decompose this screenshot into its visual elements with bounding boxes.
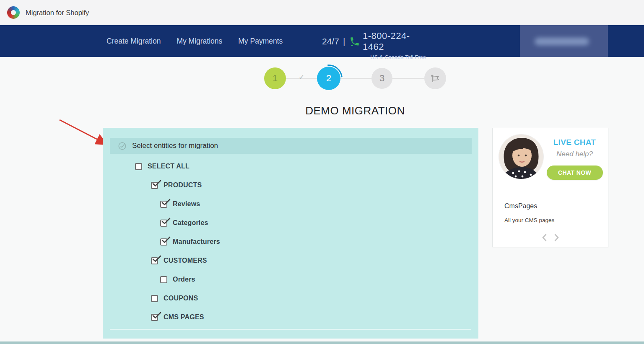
app-title: Migration for Shopify xyxy=(26,9,89,17)
nav-menu: Create MigrationMy MigrationsMy Payments xyxy=(106,25,283,57)
support-agent-photo xyxy=(499,134,543,179)
app-window: Migration for Shopify Create MigrationMy… xyxy=(0,0,644,344)
flag-icon xyxy=(430,73,441,84)
live-chat-title: LIVE CHAT xyxy=(545,138,604,147)
entity-label: Orders xyxy=(173,276,195,283)
entity-label: CUSTOMERS xyxy=(164,257,207,264)
step-2-circle-active: 2 xyxy=(317,67,340,90)
step-3-label: 3 xyxy=(379,73,384,84)
info-card-pagination xyxy=(493,233,608,242)
checkbox-orders[interactable] xyxy=(160,276,167,283)
live-chat-block: LIVE CHAT Need help? CHAT NOW xyxy=(545,138,604,180)
nav-item-create-migration[interactable]: Create Migration xyxy=(106,37,161,46)
checkbox-cms-pages[interactable] xyxy=(151,314,158,321)
entities-panel-header-label: Select entities for migration xyxy=(132,142,218,150)
checkbox-reviews[interactable] xyxy=(160,201,167,208)
entity-row-categories: Categories xyxy=(160,217,478,229)
checkbox-customers[interactable] xyxy=(151,257,158,264)
chevron-left-icon[interactable] xyxy=(542,233,547,242)
phone-icon xyxy=(349,36,360,47)
step-2-label: 2 xyxy=(326,73,331,84)
phone-block: 24/7 | 1-800-224-1462 US & Canada Toll F… xyxy=(322,31,430,60)
entity-row-customers: CUSTOMERS xyxy=(151,255,478,266)
entity-label: CMS PAGES xyxy=(164,313,204,321)
finish-step-circle xyxy=(424,67,446,89)
swirl-logo-icon xyxy=(7,6,20,19)
nav-item-my-migrations[interactable]: My Migrations xyxy=(177,37,222,46)
checkbox-coupons[interactable] xyxy=(151,295,158,302)
entity-row-coupons: COUPONS xyxy=(151,292,478,304)
entity-row-manufacturers: Manufacturers xyxy=(160,236,478,248)
live-chat-subtitle: Need help? xyxy=(545,150,604,158)
info-card-description: All your CMS pages xyxy=(504,217,554,223)
chevron-right-icon[interactable] xyxy=(554,233,559,242)
panel-divider xyxy=(110,329,471,330)
phone-row: 24/7 | 1-800-224-1462 xyxy=(322,31,430,52)
page-title: DEMO MIGRATION xyxy=(271,104,439,117)
chat-now-button[interactable]: CHAT NOW xyxy=(547,166,603,180)
entity-row-cms-pages: CMS PAGES xyxy=(151,311,478,323)
step-1-label: 1 xyxy=(273,73,278,84)
entities-panel-header: Select entities for migration xyxy=(110,138,472,154)
top-bar: Migration for Shopify xyxy=(0,0,644,25)
phone-number[interactable]: 1-800-224-1462 xyxy=(363,31,430,52)
phone-note: US & Canada Toll Free xyxy=(370,54,426,60)
circle-check-icon xyxy=(118,142,127,150)
phone-separator: | xyxy=(343,36,345,47)
account-area-blurred[interactable] xyxy=(520,25,608,57)
info-card-title: CmsPages xyxy=(504,202,537,210)
entity-label: COUPONS xyxy=(164,295,198,302)
checkbox-manufacturers[interactable] xyxy=(160,238,167,246)
entities-panel: Select entities for migration SELECT ALL… xyxy=(103,128,478,339)
nav-item-my-payments[interactable]: My Payments xyxy=(238,37,283,46)
entity-label: PRODUCTS xyxy=(164,181,202,189)
entity-row-products: PRODUCTS xyxy=(151,179,478,191)
step-3-circle: 3 xyxy=(371,68,392,89)
checkbox-select-all[interactable] xyxy=(135,163,142,170)
side-card: LIVE CHAT Need help? CHAT NOW CmsPages A… xyxy=(492,128,608,247)
migration-stepper: 1 ✓ 2 3 xyxy=(0,63,644,96)
entity-label: Reviews xyxy=(173,200,200,208)
entity-label: SELECT ALL xyxy=(148,163,190,170)
entity-label: Categories xyxy=(173,219,208,227)
entity-label: Manufacturers xyxy=(173,238,220,246)
main-navbar: Create MigrationMy MigrationsMy Payments… xyxy=(0,25,644,57)
entity-list: SELECT ALLPRODUCTSReviewsCategoriesManuf… xyxy=(103,160,478,330)
entity-row-orders: Orders xyxy=(160,274,478,285)
checkmark-icon: ✓ xyxy=(299,73,304,82)
entity-row-reviews: Reviews xyxy=(160,198,478,210)
step-1-circle: 1 xyxy=(264,67,286,89)
checkbox-products[interactable] xyxy=(151,182,158,189)
checkbox-categories[interactable] xyxy=(160,220,167,227)
phone-hours: 24/7 xyxy=(322,36,339,47)
entity-row-select-all: SELECT ALL xyxy=(135,160,478,172)
bottom-edge-bar xyxy=(0,341,644,344)
